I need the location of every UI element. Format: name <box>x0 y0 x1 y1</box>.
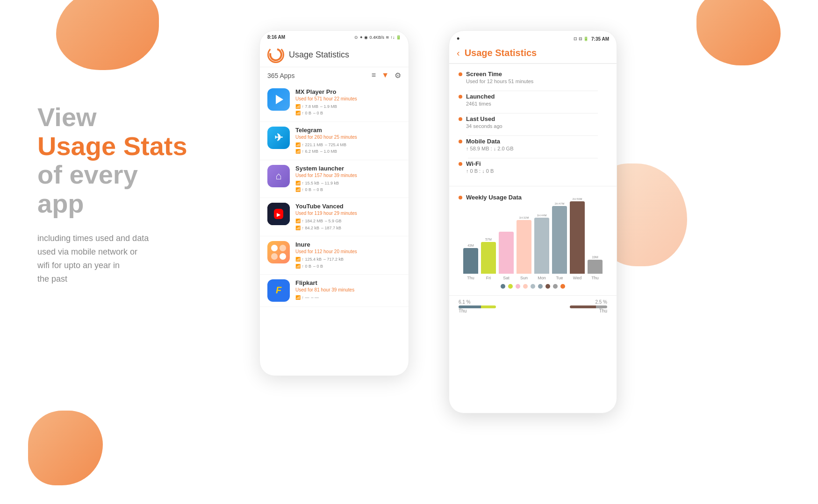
legend-dot-3 <box>516 284 520 289</box>
phone2-title: Usage Statistics <box>465 48 537 58</box>
back-button[interactable]: ‹ <box>457 48 460 58</box>
app-stats: 📶 ↑ 7.8 MB– 1.9 MB 📶 ↑ 0 B– 0 B <box>295 103 401 117</box>
app-usage-time: Used for 157 hour 39 minutes <box>295 173 401 178</box>
bottom-left-pct: 6.1 % <box>459 299 471 305</box>
list-item[interactable]: ✈ Telegram Used for 260 hour 25 minutes … <box>260 122 409 160</box>
status-bar-1: 8:16 AM ⊙ ✦ ◉ 0.4KB/s ≋ ↑↓ 🔋 <box>260 31 409 42</box>
bottom-left-stat: 6.1 % Thu <box>459 299 496 313</box>
bar-fri: 57M Fri <box>481 238 496 280</box>
left-panel: View Usage Stats of every app including … <box>37 103 234 286</box>
stat-wifi: Wi-Fi ↑ 0 B : ↓ 0 B <box>459 160 607 174</box>
bar-day: Mon <box>538 276 546 280</box>
divider <box>468 135 598 136</box>
stat-screen-time: Screen Time Used for 12 hours 51 minutes <box>459 71 607 84</box>
status-icons-1: ⊙ ✦ ◉ <box>354 35 368 40</box>
chart-legend <box>459 280 607 292</box>
bottom-right-stat: 2.5 % Thu <box>570 299 607 313</box>
bar <box>517 220 531 274</box>
app-details-telegram: Telegram Used for 260 hour 25 minutes 📶 … <box>295 127 401 155</box>
bar <box>588 260 603 274</box>
app-icon-mx <box>267 88 290 111</box>
list-item[interactable]: ▶ YouTube Vanced Used for 119 hour 29 mi… <box>260 198 409 236</box>
divider <box>468 158 598 158</box>
list-item[interactable]: ⌂ System launcher Used for 157 hour 39 m… <box>260 160 409 199</box>
stat-value: ↑ 58.9 MB : ↓ 2.0 GB <box>466 146 607 151</box>
bar-day: Thu <box>467 276 474 280</box>
stat-value: 34 seconds ago <box>466 123 607 129</box>
stat-label: Launched <box>459 93 607 100</box>
app-name: MX Player Pro <box>295 88 401 95</box>
decorative-blob-top-left <box>56 0 159 70</box>
app-name: YouTube Vanced <box>295 203 401 210</box>
bar-label-top: 2H:47M <box>554 202 564 205</box>
app-usage-time: Used for 81 hour 39 minutes <box>295 287 401 292</box>
stat-label: Last Used <box>459 115 607 122</box>
stat-launched: Launched 2461 times <box>459 93 607 106</box>
bar-thu2: 19M Thu <box>588 256 603 280</box>
bar-day: Wed <box>573 276 581 280</box>
legend-dot-1 <box>501 284 505 289</box>
app-usage-time: Used for 112 hour 20 minutes <box>295 249 401 254</box>
telegram-symbol: ✈ <box>274 132 283 144</box>
list-item[interactable]: MX Player Pro Used for 571 hour 22 minut… <box>260 84 409 122</box>
legend-dot-9 <box>560 284 565 289</box>
bottom-stats: 6.1 % Thu 2.5 % Thu <box>449 295 617 317</box>
bar-tue: 2H:47M Tue <box>552 202 567 280</box>
legend-dot-2 <box>508 284 513 289</box>
legend-dot-8 <box>553 284 558 289</box>
bar-day: Fri <box>486 276 491 280</box>
app-icon-flipkart: F <box>267 279 290 302</box>
bar-chart: 43M Thu 57M Fri Sat 1H:32M Sun 1H:44M <box>459 206 607 280</box>
toolbar-icons: ≡ ▼ ⚙ <box>372 71 401 80</box>
of-every-label: of every <box>37 160 234 189</box>
app-details-flipkart: Flipkart Used for 81 hour 39 minutes 📶 ↑… <box>295 279 401 301</box>
logo-ring <box>267 46 285 64</box>
app-name: Inure <box>295 241 401 248</box>
app-name: Telegram <box>295 127 401 134</box>
app-icon-telegram: ✈ <box>267 127 290 149</box>
filter-icon[interactable]: ▼ <box>381 71 389 80</box>
bottom-thu-label: Thu <box>459 308 466 313</box>
legend-dot-7 <box>545 284 550 289</box>
phone1-toolbar: 365 Apps ≡ ▼ ⚙ <box>260 67 409 84</box>
sort-icon[interactable]: ≡ <box>372 71 376 80</box>
app-label: app <box>37 189 234 218</box>
app-stats: 📶 ↑ 184.2 MB– 5.9 GB 📶 ↑ 84.2 kB– 187.7 … <box>295 218 401 231</box>
stat-last-used: Last Used 34 seconds ago <box>459 115 607 129</box>
app-usage-time: Used for 119 hour 29 minutes <box>295 211 401 216</box>
bar <box>481 242 496 274</box>
inure-dots <box>271 245 286 260</box>
app-icon-inure <box>267 241 290 263</box>
divider <box>468 91 598 91</box>
legend-dot-6 <box>538 284 543 289</box>
bar <box>499 232 514 274</box>
app-details-inure: Inure Used for 112 hour 20 minutes 📶 ↑ 1… <box>295 241 401 270</box>
bar-label-top: 19M <box>592 256 598 259</box>
list-item[interactable]: F Flipkart Used for 81 hour 39 minutes 📶… <box>260 275 409 307</box>
phone2-header: ‹ Usage Statistics <box>449 45 617 64</box>
app-details-mx: MX Player Pro Used for 571 hour 22 minut… <box>295 88 401 117</box>
bar-label-top: 1H:44M <box>537 214 546 217</box>
settings-icon[interactable]: ⚙ <box>395 71 401 80</box>
bar <box>570 201 585 274</box>
stat-dot <box>459 162 462 166</box>
status-time-2: 7:35 AM <box>591 36 609 42</box>
play-icon <box>276 95 283 104</box>
stat-dot <box>459 95 462 99</box>
app-icon-system: ⌂ <box>267 165 290 187</box>
bar-label-top: 2H:59M <box>572 198 582 200</box>
bar <box>552 206 567 274</box>
bar <box>534 218 549 274</box>
stat-label: Mobile Data <box>459 138 607 145</box>
bar-label-top: 1H:32M <box>519 216 529 219</box>
list-item[interactable]: Inure Used for 112 hour 20 minutes 📶 ↑ 1… <box>260 236 409 275</box>
app-name: System launcher <box>295 165 401 172</box>
bar-thu1: 43M Thu <box>463 244 478 280</box>
phone-mockup-1: 8:16 AM ⊙ ✦ ◉ 0.4KB/s ≋ ↑↓ 🔋 Usage Stati… <box>259 30 409 376</box>
decorative-blob-bottom-left <box>28 411 103 485</box>
bar-sun: 1H:32M Sun <box>517 216 531 280</box>
app-stats: 📶 ↑ —– — <box>295 294 401 301</box>
legend-dot-5 <box>531 284 535 289</box>
bar-mon: 1H:44M Mon <box>534 214 549 280</box>
app-title-1: Usage Statistics <box>289 50 349 60</box>
